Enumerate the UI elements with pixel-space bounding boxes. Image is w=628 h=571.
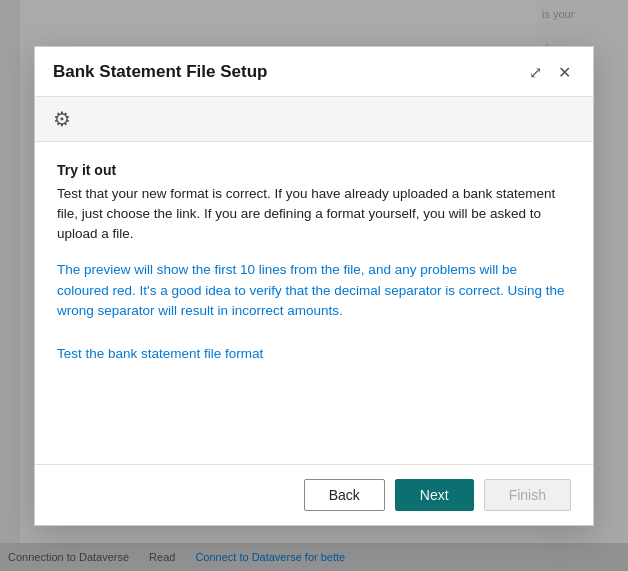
dialog-footer: Back Next Finish (35, 464, 593, 525)
dialog-header-actions: ⤢ ✕ (525, 61, 575, 84)
dialog-body: Try it out Test that your new format is … (35, 142, 593, 464)
section-description: Test that your new format is correct. If… (57, 184, 571, 245)
section-highlight: The preview will show the first 10 lines… (57, 260, 571, 321)
section-heading: Try it out (57, 162, 571, 178)
dialog-header: Bank Statement File Setup ⤢ ✕ (35, 47, 593, 97)
expand-icon: ⤢ (529, 63, 542, 82)
next-button[interactable]: Next (395, 479, 474, 511)
dialog: Bank Statement File Setup ⤢ ✕ ⚙ Try it o… (34, 46, 594, 526)
close-icon: ✕ (558, 63, 571, 82)
expand-button[interactable]: ⤢ (525, 61, 546, 84)
test-link[interactable]: Test the bank statement file format (57, 346, 263, 361)
back-button[interactable]: Back (304, 479, 385, 511)
icon-bar: ⚙ (35, 97, 593, 142)
close-button[interactable]: ✕ (554, 61, 575, 84)
finish-button: Finish (484, 479, 571, 511)
dialog-title: Bank Statement File Setup (53, 62, 267, 82)
gear-icon: ⚙ (53, 108, 71, 130)
